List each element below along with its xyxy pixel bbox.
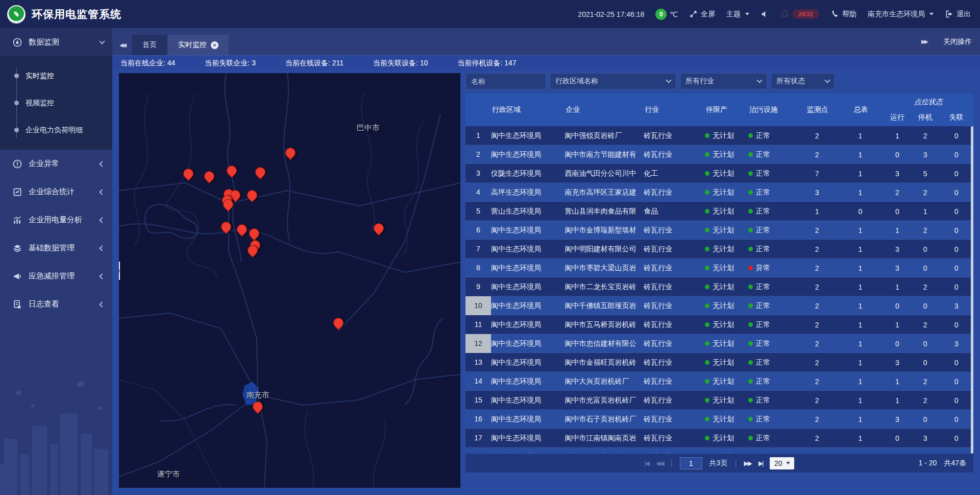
table-row[interactable]: 12阆中生态环境局阆中市忠信建材有限公砖瓦行业无计划正常21003 (465, 334, 973, 353)
org-menu[interactable]: 南充市生态环境局 (868, 10, 934, 19)
cell-points: 2 (797, 359, 838, 367)
sidebar-item[interactable]: 基础数据管理 (0, 234, 112, 262)
cell-offline: 0 (939, 396, 973, 405)
table-row[interactable]: 8阆中生态环境局阆中市枣碧大梁山页岩砖瓦行业无计划异常21300 (465, 258, 973, 277)
prev-page-button[interactable]: ◀◀ (656, 460, 663, 467)
status-dot-icon (705, 436, 709, 440)
table-row[interactable]: 1阆中生态环境局阆中强锐页岩砖厂砖瓦行业无计划正常21120 (465, 126, 973, 145)
temperature: 0 ℃ (655, 9, 678, 20)
first-page-button[interactable]: |◀ (645, 460, 649, 467)
stat-item: 当前在线企业: 44 (120, 59, 175, 68)
total-count-label: 共47条 (944, 459, 966, 468)
col-limit: 停限产 (705, 105, 748, 114)
sidebar-item[interactable]: 企业异常 (0, 150, 112, 178)
cell-region: 阆中生态环境局 (491, 264, 565, 273)
sidebar-subitem[interactable]: 实时监控 (0, 62, 112, 89)
cell-company: 阆中市江南镇阆南页岩 (565, 434, 644, 443)
phone-icon (830, 10, 839, 18)
theme-menu[interactable]: 主题 (726, 10, 749, 19)
sidebar-item[interactable]: 企业用电量分析 (0, 206, 112, 234)
cell-region: 阆中生态环境局 (491, 358, 565, 367)
tabs-scroll-right-button[interactable]: ▶▶ (914, 32, 934, 52)
row-number: 2 (465, 145, 491, 164)
cell-region: 阆中生态环境局 (491, 150, 565, 159)
table-row[interactable]: 7阆中生态环境局阆中明阳建材有限公司砖瓦行业无计划正常21300 (465, 240, 973, 258)
map-panel[interactable]: 巴中市南充市遂宁市 ◀ (119, 73, 460, 488)
sidebar-item[interactable]: 数据监测 (0, 28, 112, 56)
table-row[interactable]: 5营山生态环境局营山县润丰肉食品有限食品无计划正常10010 (465, 202, 973, 221)
status-dot-icon (705, 152, 709, 157)
table-scrollbar[interactable] (971, 126, 973, 454)
col-offline: 失联 (939, 113, 973, 126)
next-page-button[interactable]: ▶▶ (744, 460, 751, 467)
cell-facility-status: 正常 (748, 131, 797, 140)
page-size-select[interactable]: 20 (770, 457, 794, 469)
cell-industry: 砖瓦行业 (644, 320, 705, 329)
help-button[interactable]: 帮助 (830, 10, 856, 19)
status-dot-icon (748, 171, 753, 176)
cell-industry: 砖瓦行业 (644, 377, 705, 386)
table-row[interactable]: 15阆中生态环境局阆中市光富页岩机砖厂砖瓦行业无计划正常21120 (465, 391, 973, 410)
page-number-input[interactable]: 1 (680, 457, 702, 469)
row-number: 16 (465, 410, 491, 429)
sidebar-item[interactable]: 企业综合统计 (0, 178, 112, 206)
table-row[interactable]: 2阆中生态环境局阆中市南方节能建材有砖瓦行业无计划正常21030 (465, 145, 973, 164)
cell-company: 阆中市南方节能建材有 (565, 150, 644, 159)
table-row[interactable]: 6阆中生态环境局阆中市金博瑞新型墙材砖瓦行业无计划正常21120 (465, 221, 973, 240)
logout-button[interactable]: 退出 (945, 10, 971, 19)
name-filter-input[interactable] (471, 77, 541, 85)
table-row[interactable]: 16阆中生态环境局阆中市石子页岩机砖厂砖瓦行业无计划正常21300 (465, 410, 973, 429)
table-row[interactable]: 3仪陇生态环境局西南油气田分公司川中化工无计划正常71350 (465, 164, 973, 183)
tabs-scroll-left-button[interactable]: ◀◀ (112, 35, 132, 55)
table-row[interactable]: 17阆中生态环境局阆中市江南镇阆南页岩砖瓦行业无计划正常21030 (465, 429, 973, 447)
cell-points: 2 (797, 151, 838, 159)
table-row[interactable]: 9阆中生态环境局阆中市二龙长宝页岩砖砖瓦行业无计划正常21120 (465, 277, 973, 296)
tab-实时监控[interactable]: 实时监控× (168, 35, 229, 55)
stat-value: 211 (332, 59, 344, 67)
table-row[interactable]: 18南部生态环境局南部县砌佛水泥有限公建材行业无计划正常50050 (465, 447, 973, 454)
fullscreen-button[interactable]: 全屏 (689, 10, 715, 19)
table-row[interactable]: 4高坪生态环境局南充市高坪区王家店建砖瓦行业无计划正常31220 (465, 183, 973, 202)
cell-industry: 砖瓦行业 (644, 396, 705, 405)
sidebar-item[interactable]: 日志查看 (0, 290, 112, 318)
temperature-unit: ℃ (670, 10, 678, 18)
cell-limit-status: 无计划 (705, 226, 748, 235)
cell-facility-status: 正常 (748, 415, 797, 424)
tab-close-icon[interactable]: × (211, 41, 218, 49)
cell-region: 阆中生态环境局 (491, 320, 565, 329)
map-roads (119, 73, 460, 488)
sidebar-subitem[interactable]: 视频监控 (0, 89, 112, 116)
map-collapse-handle[interactable]: ◀ (119, 262, 120, 280)
cell-running: 0 (883, 151, 911, 159)
cell-facility-status: 正常 (748, 188, 797, 197)
status-dot-icon (705, 209, 709, 214)
industry-filter-select[interactable]: 所有行业 (680, 73, 767, 89)
close-operations-button[interactable]: 关闭操作 (943, 37, 972, 46)
cell-running: 0 (883, 434, 911, 442)
stat-value: 147 (504, 59, 516, 67)
status-dot-icon (705, 266, 709, 270)
tab-首页[interactable]: 首页 (132, 35, 167, 55)
region-filter-select[interactable]: 行政区域名称 (550, 73, 676, 89)
sidebar-subitem[interactable]: 企业电力负荷明细 (0, 116, 112, 144)
status-dot-icon (705, 360, 709, 365)
cell-company: 营山县润丰肉食品有限 (565, 207, 644, 216)
table-row[interactable]: 10阆中生态环境局阆中千佛镇五郎垭页岩砖瓦行业无计划正常21003 (465, 296, 973, 315)
sound-button[interactable] (761, 10, 769, 18)
cell-industry: 砖瓦行业 (644, 434, 705, 443)
table-row[interactable]: 13阆中生态环境局阆中市金福旺页岩机砖砖瓦行业无计划正常21300 (465, 353, 973, 372)
status-filter-select[interactable]: 所有状态 (771, 73, 835, 89)
status-dot-icon (748, 133, 753, 138)
cell-offline: 0 (939, 245, 973, 253)
sidebar-item-label: 企业综合统计 (29, 187, 100, 197)
table-row[interactable]: 11阆中生态环境局阆中市五马桥页岩机砖砖瓦行业无计划正常21120 (465, 315, 973, 334)
cell-stopped: 0 (911, 340, 939, 348)
last-page-button[interactable]: ▶| (758, 460, 763, 467)
sidebar-item[interactable]: 应急减排管理 (0, 262, 112, 290)
table-row[interactable]: 14阆中生态环境局阆中大兴页岩机砖厂砖瓦行业无计划正常21120 (465, 372, 973, 391)
name-filter[interactable] (465, 73, 546, 89)
cell-facility-status: 正常 (748, 245, 797, 254)
stat-label: 当前停机设备: (457, 59, 504, 67)
notifications[interactable]: 2632 (780, 9, 819, 19)
cell-meters: 1 (838, 340, 884, 348)
